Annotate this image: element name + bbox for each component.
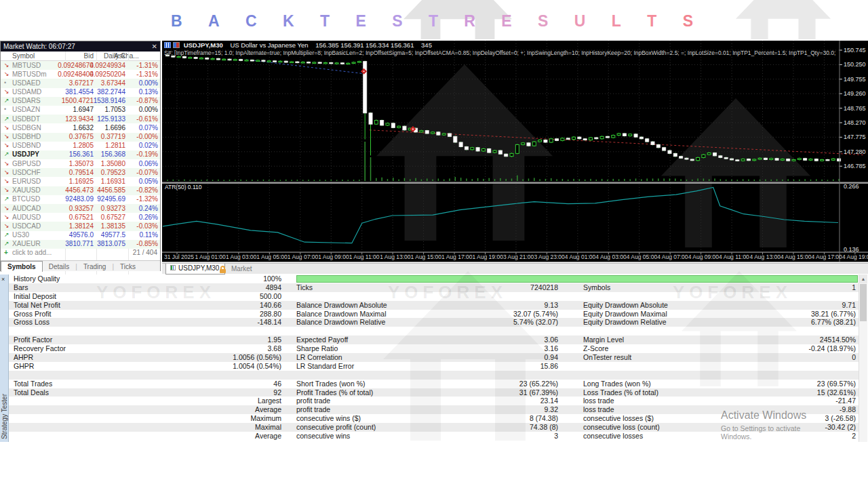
results-row[interactable]: AHPR1.0056 (0.56%)LR Correlation0.94OnTe… <box>9 353 859 362</box>
chart-panel[interactable]: 150.745150.250149.755149.260148.765148.2… <box>162 41 868 262</box>
results-scrollbar[interactable]: ▲ <box>859 274 867 442</box>
results-row[interactable]: Total Net Profit140.66Balance Drawdown A… <box>9 301 859 310</box>
metric-label: Gross Loss <box>14 318 50 326</box>
results-row[interactable] <box>9 327 859 336</box>
daily-change-value: 0.00% <box>102 106 158 113</box>
market-watch-row[interactable]: ↘USDAMD381.4554382.27440.13% <box>1 88 160 97</box>
svg-text:4 Aug 07:00: 4 Aug 07:00 <box>657 253 688 260</box>
results-row[interactable]: Total Trades46Short Trades (won %)23 (65… <box>9 380 859 388</box>
market-watch-titlebar: Market Watch: 06:07:27 ✕ <box>1 41 160 52</box>
price-chart[interactable]: 150.745150.250149.755149.260148.765148.2… <box>162 41 868 262</box>
market-watch-row[interactable]: ↘USDCAD1.381241.38135-0.03% <box>1 222 160 230</box>
market-watch-row[interactable]: ↘GBPUSD1.350731.350800.06% <box>1 159 160 168</box>
add-symbol-label[interactable]: click to add... <box>12 249 52 256</box>
trend-down-icon: ↘ <box>4 142 9 148</box>
market-watch-row[interactable]: ↘USDBHD0.376750.37719-0.00% <box>1 133 160 142</box>
metric-label: Balance Drawdown Absolute <box>296 301 387 309</box>
market-watch-row[interactable]: ↘XAUUSD4456.4734456.585-0.82% <box>1 186 160 195</box>
market-watch-row[interactable]: ↘AUDCAD0.932570.932730.24% <box>1 204 160 213</box>
tab-symbols[interactable]: Symbols <box>1 261 43 272</box>
market-tab-label[interactable]: Market <box>231 265 252 272</box>
metric-value: 23 (65.22%) <box>409 380 558 388</box>
title-letter: T <box>647 12 656 30</box>
chart-type-icon <box>173 42 180 48</box>
title-letter: T <box>320 12 330 30</box>
tab-details[interactable]: Details <box>43 262 76 272</box>
metric-value: 1.95 <box>158 336 281 344</box>
metric-label: Total Deals <box>14 388 49 396</box>
scroll-up-icon[interactable]: ▲ <box>859 274 867 283</box>
chart-window-icon <box>164 42 171 48</box>
title-letter: R <box>464 12 475 30</box>
market-watch-row[interactable]: ↘EURUSD1.169251.169310.05% <box>1 177 160 186</box>
market-watch-row[interactable]: •USDAED3.672173.673440.00% <box>1 79 160 87</box>
tab-usdjpy-m30[interactable]: USDJPY,M30 <box>165 264 225 274</box>
results-row[interactable]: GHPR1.0054 (0.54%)LR Standard Error15.86 <box>9 362 859 371</box>
add-symbol-icon[interactable]: + <box>4 249 8 256</box>
metric-label: Margin Level <box>583 336 624 344</box>
metric-label: Balance Drawdown Relative <box>296 318 385 326</box>
market-watch-row[interactable]: ↗USDBDT123.9434125.9133-0.61% <box>1 115 160 123</box>
market-watch-row[interactable]: ↗BTCUSD92483.0992495.69-1.32% <box>1 195 160 204</box>
market-watch-title: Market Watch: 06:07:27 <box>3 43 75 50</box>
metric-label: Sharpe Ratio <box>296 344 338 352</box>
results-row[interactable]: Profit Factor1.95Expected Payoff3.06Marg… <box>9 336 859 344</box>
metric-value: 3.16 <box>409 344 558 352</box>
trend-down-icon: ↘ <box>4 70 9 77</box>
results-row[interactable]: Recovery Factor3.68Sharpe Ratio3.16Z-Sco… <box>9 344 859 353</box>
daily-change-value: 0.07% <box>102 124 158 131</box>
metric-label: Short Trades (won %) <box>296 380 366 388</box>
market-watch-row[interactable]: ↗XAUEUR3810.7713813.075-0.85% <box>1 240 160 249</box>
results-row[interactable]: Gross Profit288.80Balance Drawdown Maxim… <box>9 310 859 319</box>
market-watch-row[interactable]: ↘MBTUSDm0.092484040.09250204-1.31% <box>1 70 160 79</box>
trend-down-icon: ↘ <box>4 178 9 184</box>
market-watch-row[interactable]: ↗USDARS1500.47211538.9146-0.87% <box>1 97 160 106</box>
tab-ticks[interactable]: Ticks <box>114 262 142 272</box>
daily-change-value: -0.19% <box>102 150 158 158</box>
svg-text:149.755: 149.755 <box>844 76 866 83</box>
column-daily-change[interactable]: Daily Cha... <box>104 52 139 60</box>
close-icon[interactable]: ✕ <box>152 41 157 52</box>
tab-strategy-tester[interactable]: Strategy Tester <box>1 394 8 439</box>
scrollbar-thumb[interactable] <box>860 284 867 321</box>
market-watch-row[interactable]: ↗USDJPY156.361156.368-0.19% <box>1 150 160 159</box>
market-watch-row[interactable]: ↘USDBND1.28051.28110.02% <box>1 142 160 150</box>
results-row[interactable] <box>9 371 859 380</box>
close-icon[interactable]: × <box>1 276 5 283</box>
daily-change-value: 0.06% <box>102 160 158 167</box>
svg-text:1 Aug 17:00: 1 Aug 17:00 <box>441 253 473 260</box>
chart-symbol-description: US Dollar vs Japanese Yen <box>230 41 308 49</box>
market-watch-row[interactable]: ↘MBTUSD0.092486740.09249934-1.31% <box>1 61 160 70</box>
market-watch-row[interactable]: ↘USDCHF0.795140.79523-0.07% <box>1 168 160 177</box>
market-watch-row[interactable]: •USDAZN1.69471.70530.00% <box>1 106 160 115</box>
metric-value: 38.21 (6.77%) <box>680 310 856 318</box>
metric-value: 1 <box>680 283 856 291</box>
metric-label: GHPR <box>14 362 34 370</box>
svg-text:150.745: 150.745 <box>844 47 866 54</box>
symbol-name: US30 <box>12 231 29 239</box>
metric-label: consecutive profit (count) <box>296 423 376 431</box>
trend-up-icon: ↗ <box>4 97 9 104</box>
metric-value: 0 <box>680 353 856 361</box>
metric-value: 46 <box>158 380 281 388</box>
results-row[interactable]: Largestprofit trade23.14loss trade-21.47 <box>9 396 859 405</box>
results-row[interactable]: History Quality100% <box>9 274 859 283</box>
metric-value: Average <box>158 432 281 440</box>
market-watch-row[interactable]: ↘USDBGN1.66321.66960.07% <box>1 123 160 132</box>
results-row[interactable]: Total Deals92Profit Trades (% of total)3… <box>9 388 859 397</box>
results-row[interactable]: Gross Loss-148.14Balance Drawdown Relati… <box>9 318 859 327</box>
tab-trading[interactable]: Trading <box>77 262 113 272</box>
svg-text:147.775: 147.775 <box>844 134 866 140</box>
results-row[interactable]: Bars4894Ticks7240218Symbols1 <box>9 283 859 292</box>
trend-down-icon: ↘ <box>4 88 9 95</box>
svg-text:1 Aug 03:00: 1 Aug 03:00 <box>226 253 257 260</box>
metric-label: consecutive losses ($) <box>583 414 654 422</box>
title-letter: U <box>574 12 586 30</box>
trend-down-icon: ↘ <box>4 169 9 176</box>
market-watch-row[interactable]: ↗US3049576.049577.50.11% <box>1 231 160 240</box>
metric-label: Loss Trades (% of total) <box>583 388 658 396</box>
svg-text:4 Aug 01:00: 4 Aug 01:00 <box>565 253 596 260</box>
results-row[interactable]: Initial Deposit500.00 <box>9 292 859 301</box>
market-watch-row[interactable]: ↘AUDUSD0.675210.675270.26% <box>1 213 160 222</box>
metric-value: 15.86 <box>409 362 558 370</box>
